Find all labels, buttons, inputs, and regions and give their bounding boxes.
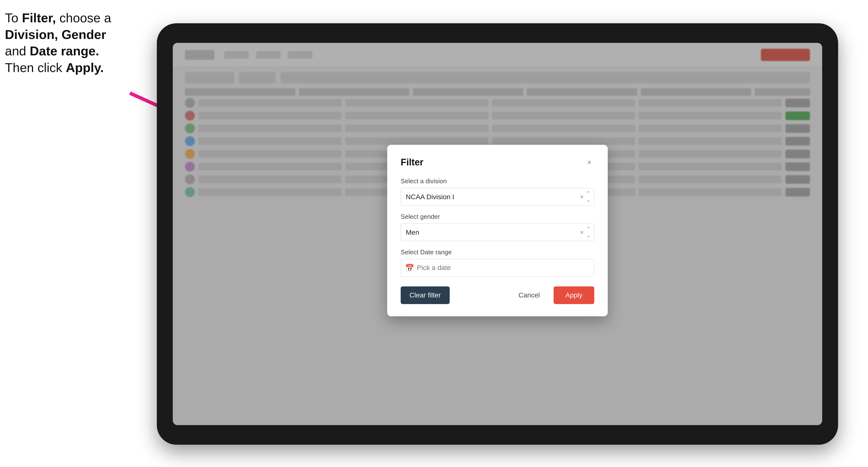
date-range-label: Select Date range: [401, 248, 594, 256]
gender-select-wrapper: Men Women × ⌃⌄: [401, 223, 594, 241]
apply-button[interactable]: Apply: [554, 286, 594, 304]
modal-close-button[interactable]: ×: [585, 158, 594, 167]
division-label: Select a division: [401, 177, 594, 185]
modal-footer: Clear filter Cancel Apply: [401, 286, 594, 304]
date-range-form-group: Select Date range 📅: [401, 248, 594, 277]
tablet-frame: Filter × Select a division NCAA Division…: [157, 23, 838, 445]
clear-filter-button[interactable]: Clear filter: [401, 286, 450, 304]
division-form-group: Select a division NCAA Division I NCAA D…: [401, 177, 594, 206]
division-select[interactable]: NCAA Division I NCAA Division II NCAA Di…: [401, 188, 594, 206]
gender-clear-icon[interactable]: ×: [580, 228, 584, 236]
gender-form-group: Select gender Men Women × ⌃⌄: [401, 213, 594, 241]
calendar-icon: 📅: [405, 263, 414, 272]
modal-footer-right: Cancel Apply: [510, 286, 594, 304]
date-range-input[interactable]: [401, 259, 594, 277]
gender-select[interactable]: Men Women: [401, 223, 594, 241]
gender-label: Select gender: [401, 213, 594, 220]
cancel-button[interactable]: Cancel: [510, 286, 549, 304]
date-input-wrapper: 📅: [401, 259, 594, 277]
division-select-wrapper: NCAA Division I NCAA Division II NCAA Di…: [401, 188, 594, 206]
division-clear-icon[interactable]: ×: [580, 193, 584, 201]
filter-modal: Filter × Select a division NCAA Division…: [387, 145, 608, 316]
tablet-screen: Filter × Select a division NCAA Division…: [173, 43, 822, 425]
instruction-text: To Filter, choose a Division, Gender and…: [5, 10, 147, 76]
modal-title: Filter: [401, 157, 424, 167]
modal-header: Filter ×: [401, 157, 594, 167]
